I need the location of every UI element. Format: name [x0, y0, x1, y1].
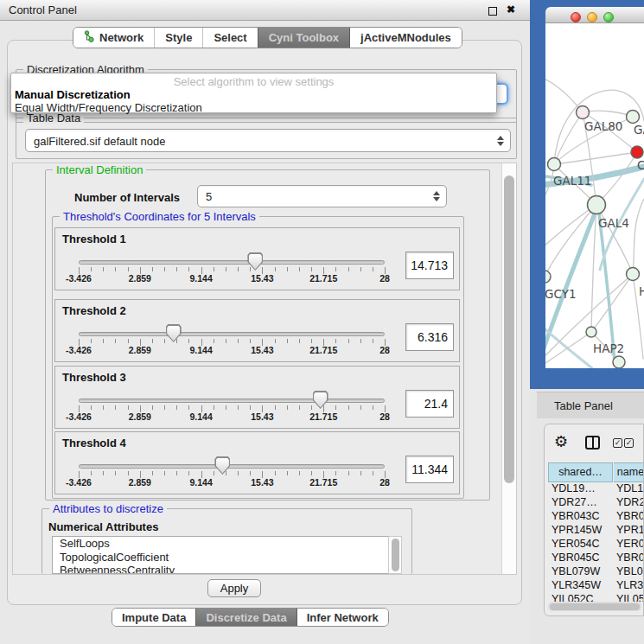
table-row[interactable]: YPR145WYPR145W: [545, 524, 644, 538]
network-node-hap2[interactable]: [586, 327, 596, 337]
table-panel-titlebar: Table Panel: [537, 392, 644, 418]
threshold-value-field[interactable]: 6.316: [405, 323, 454, 351]
network-node-c[interactable]: [631, 146, 643, 158]
close-icon[interactable]: ✖: [507, 3, 515, 16]
minor-tick: [299, 471, 300, 475]
threshold-value-field[interactable]: 21.4: [405, 390, 454, 418]
close-light[interactable]: [571, 12, 581, 22]
slider-track[interactable]: [79, 332, 385, 336]
interval-definition-title: Interval Definition: [53, 163, 146, 176]
network-node-ga[interactable]: [627, 111, 640, 124]
minor-tick: [226, 267, 226, 271]
tab-network[interactable]: Network: [73, 28, 154, 48]
network-node-gal80[interactable]: [577, 106, 590, 119]
slider-thumb[interactable]: [214, 456, 230, 475]
table-row[interactable]: YBL079WYBL079W: [545, 565, 644, 579]
slider-track[interactable]: [79, 464, 385, 469]
minor-tick: [176, 405, 177, 410]
table-row[interactable]: YER054CYER054C: [545, 538, 644, 552]
network-icon: [84, 30, 95, 45]
column-header-name[interactable]: name: [614, 462, 644, 482]
cell-name: YLR345W: [616, 579, 644, 591]
minor-tick: [91, 267, 92, 271]
minor-tick: [250, 267, 251, 271]
table-data-combo[interactable]: galFiltered.sif default node: [25, 129, 511, 152]
apply-button[interactable]: Apply: [207, 579, 261, 597]
tick-label: 28: [379, 411, 390, 422]
attribute-item-betweennesscentrality[interactable]: BetweennessCentrality: [53, 564, 401, 574]
tab-select[interactable]: Select: [202, 28, 257, 48]
tick-label: -3.426: [66, 477, 92, 488]
network-node-gal11[interactable]: [548, 158, 561, 171]
cell-shared-name: YIL052C: [552, 593, 612, 602]
threshold-value-field[interactable]: 14.713: [405, 252, 454, 279]
network-graph: GAL80GACGAL11GAL4GCY1HHAP2: [545, 23, 644, 368]
tab-jactivemnodules[interactable]: jActiveMNodules: [349, 28, 462, 48]
gear-icon[interactable]: ⚙: [554, 432, 568, 450]
tab-infer-network[interactable]: Infer Network: [296, 609, 388, 626]
minor-tick: [335, 267, 336, 271]
tab-label: Cyni Toolbox: [269, 31, 339, 44]
minor-tick: [287, 339, 288, 343]
minor-tick: [226, 405, 226, 410]
network-node-h[interactable]: [627, 268, 640, 281]
table-data-combo-value: galFiltered.sif default node: [34, 134, 165, 147]
table-row[interactable]: YIL052CYIL052C: [545, 593, 644, 602]
threshold-value-field[interactable]: 11.344: [405, 456, 454, 483]
column-header-shared-name[interactable]: shared…: [548, 462, 613, 482]
attribute-item-selfloops[interactable]: SelfLoops: [53, 537, 401, 551]
zoom-light[interactable]: [603, 12, 614, 22]
tab-discretize-data[interactable]: Discretize Data: [195, 609, 296, 626]
table-row[interactable]: YBR045CYBR045C: [545, 552, 644, 565]
tick-label: -3.426: [66, 345, 92, 355]
tab-cyni-toolbox[interactable]: Cyni Toolbox: [258, 28, 349, 48]
slider-thumb-face: [216, 458, 229, 474]
cell-name: YDL19…: [616, 482, 644, 494]
vertical-scrollbar-thumb[interactable]: [504, 175, 514, 483]
slider-track[interactable]: [79, 399, 385, 403]
tab-label: Impute Data: [122, 611, 186, 624]
popup-item-manual-discretization[interactable]: Manual Discretization: [11, 88, 496, 101]
network-node-gcy1[interactable]: [545, 271, 551, 283]
split-table-icon[interactable]: [585, 436, 600, 450]
tick-label: 9.144: [189, 477, 212, 488]
minor-tick: [360, 405, 361, 410]
slider-thumb[interactable]: [313, 391, 328, 409]
minor-tick: [299, 339, 300, 343]
slider-thumb[interactable]: [166, 324, 182, 342]
minor-tick: [250, 339, 251, 343]
slider-track[interactable]: [79, 260, 385, 265]
table-rows: YDL19…YDL19…YDR27…YDR27…YBR043CYBR043CYP…: [545, 482, 644, 602]
minor-tick: [115, 339, 116, 343]
table-row[interactable]: YDR27…YDR27…: [545, 496, 644, 510]
cell-shared-name: YDL19…: [552, 482, 612, 494]
attribute-item-topologicalcoefficient[interactable]: TopologicalCoefficient: [53, 551, 401, 564]
popup-item-equal-width-frequency[interactable]: Equal Width/Frequency Discretization: [11, 101, 496, 114]
table-row[interactable]: YDL19…YDL19…: [545, 482, 644, 496]
slider-thumb-face: [314, 392, 327, 408]
minor-tick: [335, 405, 336, 410]
minimize-light[interactable]: [587, 12, 597, 22]
minor-tick: [299, 405, 300, 410]
horizontal-scrollbar-thumb[interactable]: [550, 603, 640, 610]
network-canvas[interactable]: GAL80GACGAL11GAL4GCY1HHAP2: [545, 23, 644, 368]
table-panel: ⚙ ✓ ✓ shared… name YDL19…YDL19…YDR27…YDR…: [544, 424, 644, 616]
network-node[interactable]: [613, 356, 625, 368]
table-row[interactable]: YBR043CYBR043C: [545, 510, 644, 524]
minor-tick: [164, 471, 165, 475]
tick-label: 15.43: [251, 273, 273, 284]
window-title: Control Panel: [9, 3, 77, 16]
checkbox-icon[interactable]: ✓: [613, 438, 622, 448]
number-of-intervals-combo[interactable]: 5: [197, 185, 447, 207]
minor-tick: [188, 405, 189, 410]
tab-style[interactable]: Style: [154, 28, 202, 48]
network-node-gal4[interactable]: [588, 196, 606, 214]
float-icon[interactable]: [488, 7, 497, 16]
list-scrollbar-thumb[interactable]: [392, 539, 399, 571]
checkbox-icon[interactable]: ✓: [624, 438, 634, 448]
minor-tick: [311, 471, 312, 475]
table-row[interactable]: YLR345WYLR345W: [545, 579, 644, 593]
right-pane: GAL80GACGAL11GAL4GCY1HHAP2 Table Panel ⚙…: [530, 0, 644, 644]
tab-impute-data[interactable]: Impute Data: [112, 609, 195, 626]
minor-tick: [348, 267, 349, 271]
